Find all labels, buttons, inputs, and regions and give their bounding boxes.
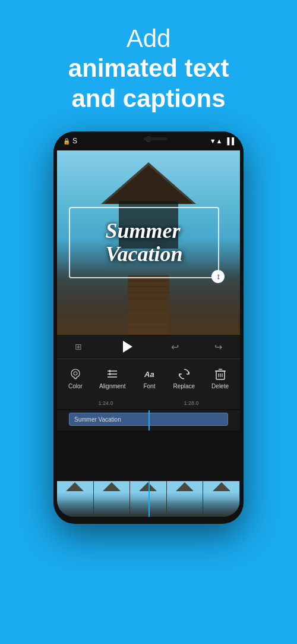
replace-icon [177, 367, 191, 381]
gazebo-roof-dark [104, 165, 193, 204]
caption-text: SummerVacation [105, 219, 182, 266]
caption-track-row: Summer Vacation [57, 410, 240, 431]
header-line3-normal: and [71, 84, 122, 112]
ruler-mark-2: 1:28.0 [184, 400, 198, 406]
status-bar: 🔒 S ▼▲ ▐▐ [53, 131, 244, 150]
thumb-gazebo-4 [176, 482, 194, 491]
lock-icon: 🔒 [63, 138, 70, 144]
tool-delete[interactable]: Delete [211, 367, 229, 389]
speaker-bar [144, 137, 168, 140]
video-thumbnail-strip [57, 481, 240, 517]
resize-icon: ⤡ [213, 272, 223, 281]
thumb-cell-1 [57, 481, 94, 517]
header-line2: animated text [68, 54, 229, 83]
alignment-icon [105, 367, 119, 381]
delete-icon [213, 367, 228, 381]
phone-mockup: 🔒 S ▼▲ ▐▐ [53, 131, 244, 524]
font-label: Font [143, 383, 155, 389]
font-icon: Aa [142, 367, 156, 381]
thumb-cell-5 [203, 481, 240, 517]
thumbnail-playhead [148, 481, 150, 517]
grid-icon[interactable]: ⊞ [75, 342, 82, 351]
header-line3: and captions [68, 84, 229, 114]
ruler-mark-1: 1:24.0 [98, 400, 113, 406]
redo-button[interactable]: ↪ [214, 341, 222, 353]
thumb-cell-4 [167, 481, 204, 517]
header-line3-bold: captions [123, 84, 226, 112]
header-line1: Add [68, 24, 229, 54]
color-icon [68, 367, 83, 381]
tool-alignment[interactable]: Alignment [99, 367, 125, 389]
thumb-gazebo-2 [103, 482, 121, 491]
timeline-ruler: 1:24.0 1:28.0 [57, 397, 240, 409]
play-triangle [123, 341, 132, 353]
header-section: Add animated text and captions [56, 0, 241, 125]
tool-font[interactable]: Aa Font [142, 367, 156, 389]
delete-label: Delete [211, 383, 229, 389]
undo-button[interactable]: ↩ [171, 341, 179, 353]
signal-icon: ▼▲ [210, 137, 223, 144]
tools-bar: Color Alignment Aa [57, 359, 240, 397]
playback-controls: ⊞ ↩ ↪ [57, 335, 240, 359]
tool-replace[interactable]: Replace [173, 367, 195, 389]
alignment-label: Alignment [99, 383, 125, 389]
status-right: ▼▲ ▐▐ [210, 137, 234, 144]
play-button[interactable] [118, 338, 135, 356]
thumb-gazebo-5 [213, 482, 230, 491]
phone-body: 🔒 S ▼▲ ▐▐ [53, 131, 244, 524]
sync-icon: S [72, 137, 77, 145]
status-left: 🔒 S [63, 137, 77, 145]
phone-screen: SummerVacation ⤡ ⊞ ↩ ↪ [57, 150, 240, 517]
resize-handle[interactable]: ⤡ [211, 270, 225, 283]
thumb-gazebo-1 [66, 482, 84, 491]
ruler-marks: 1:24.0 1:28.0 [63, 400, 234, 406]
caption-track-label: Summer Vacation [74, 416, 121, 423]
timeline-playhead [148, 410, 150, 431]
replace-label: Replace [173, 383, 195, 389]
battery-icon: ▐▐ [225, 137, 234, 144]
color-label: Color [68, 383, 83, 389]
video-area: SummerVacation ⤡ [57, 150, 240, 335]
svg-point-0 [74, 372, 77, 375]
text-overlay-box[interactable]: SummerVacation [69, 207, 219, 278]
tool-color[interactable]: Color [68, 367, 83, 389]
timeline-area: 1:24.0 1:28.0 Summer Vacation [57, 397, 240, 517]
thumb-cell-2 [94, 481, 131, 517]
